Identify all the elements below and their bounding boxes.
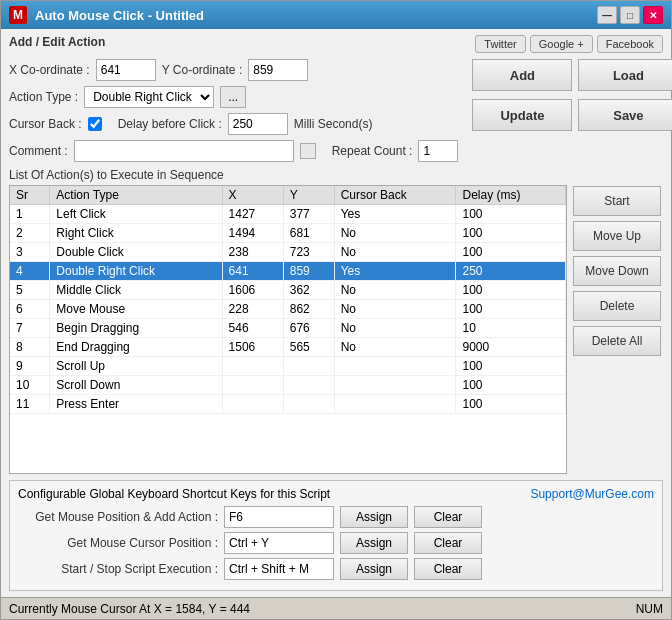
x-coord-label: X Co-ordinate : xyxy=(9,63,90,77)
table-row[interactable]: 5Middle Click1606362No100 xyxy=(10,281,566,300)
table-row[interactable]: 4Double Right Click641859Yes250 xyxy=(10,262,566,281)
form-fields: X Co-ordinate : Y Co-ordinate : Action T… xyxy=(9,59,458,162)
shortcut-row-2: Get Mouse Cursor Position : Assign Clear xyxy=(18,532,654,554)
main-content: Add / Edit Action Twitter Google + Faceb… xyxy=(1,29,671,597)
shortcut-3-assign[interactable]: Assign xyxy=(340,558,408,580)
title-bar: M Auto Mouse Click - Untitled — □ ✕ xyxy=(1,1,671,29)
google-plus-button[interactable]: Google + xyxy=(530,35,593,53)
close-button[interactable]: ✕ xyxy=(643,6,663,24)
list-area: List Of Action(s) to Execute in Sequence… xyxy=(9,168,567,474)
app-icon: M xyxy=(9,6,27,24)
delete-button[interactable]: Delete xyxy=(573,291,661,321)
coordinates-row: X Co-ordinate : Y Co-ordinate : xyxy=(9,59,458,81)
side-buttons: Start Move Up Move Down Delete Delete Al… xyxy=(573,168,663,474)
table-row[interactable]: 2Right Click1494681No100 xyxy=(10,224,566,243)
save-button[interactable]: Save xyxy=(578,99,672,131)
dots-button[interactable]: ... xyxy=(220,86,246,108)
twitter-button[interactable]: Twitter xyxy=(475,35,525,53)
title-buttons: — □ ✕ xyxy=(597,6,663,24)
col-cursor: Cursor Back xyxy=(334,186,456,205)
form-section: X Co-ordinate : Y Co-ordinate : Action T… xyxy=(9,59,663,162)
comment-row: Comment : Repeat Count : xyxy=(9,140,458,162)
title-bar-left: M Auto Mouse Click - Untitled xyxy=(9,6,204,24)
col-action: Action Type xyxy=(50,186,222,205)
add-button[interactable]: Add xyxy=(472,59,572,91)
list-section: List Of Action(s) to Execute in Sequence… xyxy=(9,168,663,474)
repeat-count-label: Repeat Count : xyxy=(332,144,413,158)
shortcuts-section: Configurable Global Keyboard Shortcut Ke… xyxy=(9,480,663,591)
shortcut-row-3: Start / Stop Script Execution : Assign C… xyxy=(18,558,654,580)
shortcut-3-label: Start / Stop Script Execution : xyxy=(18,562,218,576)
table-row[interactable]: 6Move Mouse228862No100 xyxy=(10,300,566,319)
delete-all-button[interactable]: Delete All xyxy=(573,326,661,356)
action-type-row: Action Type : Double Right Click Left Cl… xyxy=(9,86,458,108)
table-wrapper: Sr Action Type X Y Cursor Back Delay (ms… xyxy=(9,185,567,474)
shortcut-header: Configurable Global Keyboard Shortcut Ke… xyxy=(18,487,654,501)
status-bar: Currently Mouse Cursor At X = 1584, Y = … xyxy=(1,597,671,619)
col-x: X xyxy=(222,186,283,205)
window-title: Auto Mouse Click - Untitled xyxy=(35,8,204,23)
status-text: Currently Mouse Cursor At X = 1584, Y = … xyxy=(9,602,250,616)
top-bar: Add / Edit Action Twitter Google + Faceb… xyxy=(9,35,663,53)
social-buttons: Twitter Google + Facebook xyxy=(475,35,663,53)
shortcut-1-input[interactable] xyxy=(224,506,334,528)
comment-label: Comment : xyxy=(9,144,68,158)
comment-checkbox[interactable] xyxy=(300,143,316,159)
delay-unit-label: Milli Second(s) xyxy=(294,117,373,131)
repeat-count-input[interactable] xyxy=(418,140,458,162)
table-row[interactable]: 10Scroll Down100 xyxy=(10,376,566,395)
move-up-button[interactable]: Move Up xyxy=(573,221,661,251)
update-button[interactable]: Update xyxy=(472,99,572,131)
table-row[interactable]: 1Left Click1427377Yes100 xyxy=(10,205,566,224)
table-row[interactable]: 8End Dragging1506565No9000 xyxy=(10,338,566,357)
maximize-button[interactable]: □ xyxy=(620,6,640,24)
shortcuts-label: Configurable Global Keyboard Shortcut Ke… xyxy=(18,487,330,501)
move-down-button[interactable]: Move Down xyxy=(573,256,661,286)
shortcut-2-assign[interactable]: Assign xyxy=(340,532,408,554)
shortcut-2-input[interactable] xyxy=(224,532,334,554)
col-sr: Sr xyxy=(10,186,50,205)
col-delay: Delay (ms) xyxy=(456,186,566,205)
shortcut-3-input[interactable] xyxy=(224,558,334,580)
table-row[interactable]: 3Double Click238723No100 xyxy=(10,243,566,262)
shortcut-2-label: Get Mouse Cursor Position : xyxy=(18,536,218,550)
action-type-label: Action Type : xyxy=(9,90,78,104)
x-coord-input[interactable] xyxy=(96,59,156,81)
table-row[interactable]: 7Begin Dragging546676No10 xyxy=(10,319,566,338)
shortcut-row-1: Get Mouse Position & Add Action : Assign… xyxy=(18,506,654,528)
col-y: Y xyxy=(283,186,334,205)
support-label: Support@MurGee.com xyxy=(530,487,654,501)
cursor-delay-row: Cursor Back : Delay before Click : Milli… xyxy=(9,113,458,135)
delay-input[interactable] xyxy=(228,113,288,135)
shortcut-2-clear[interactable]: Clear xyxy=(414,532,482,554)
main-window: M Auto Mouse Click - Untitled — □ ✕ Add … xyxy=(0,0,672,620)
num-lock-indicator: NUM xyxy=(636,602,663,616)
y-coord-input[interactable] xyxy=(248,59,308,81)
add-edit-label: Add / Edit Action xyxy=(9,35,105,49)
actions-table: Sr Action Type X Y Cursor Back Delay (ms… xyxy=(10,186,566,414)
load-button[interactable]: Load xyxy=(578,59,672,91)
table-row[interactable]: 11Press Enter100 xyxy=(10,395,566,414)
y-coord-label: Y Co-ordinate : xyxy=(162,63,243,77)
delay-label: Delay before Click : xyxy=(118,117,222,131)
action-buttons: Add Load Update Save xyxy=(472,59,672,131)
start-button[interactable]: Start xyxy=(573,186,661,216)
shortcut-1-assign[interactable]: Assign xyxy=(340,506,408,528)
shortcut-1-label: Get Mouse Position & Add Action : xyxy=(18,510,218,524)
comment-input[interactable] xyxy=(74,140,294,162)
facebook-button[interactable]: Facebook xyxy=(597,35,663,53)
list-title: List Of Action(s) to Execute in Sequence xyxy=(9,168,567,182)
shortcut-1-clear[interactable]: Clear xyxy=(414,506,482,528)
shortcut-3-clear[interactable]: Clear xyxy=(414,558,482,580)
table-row[interactable]: 9Scroll Up100 xyxy=(10,357,566,376)
minimize-button[interactable]: — xyxy=(597,6,617,24)
cursor-back-label: Cursor Back : xyxy=(9,117,82,131)
cursor-back-checkbox[interactable] xyxy=(88,117,102,131)
table-header-row: Sr Action Type X Y Cursor Back Delay (ms… xyxy=(10,186,566,205)
action-type-select[interactable]: Double Right Click Left Click Right Clic… xyxy=(84,86,214,108)
